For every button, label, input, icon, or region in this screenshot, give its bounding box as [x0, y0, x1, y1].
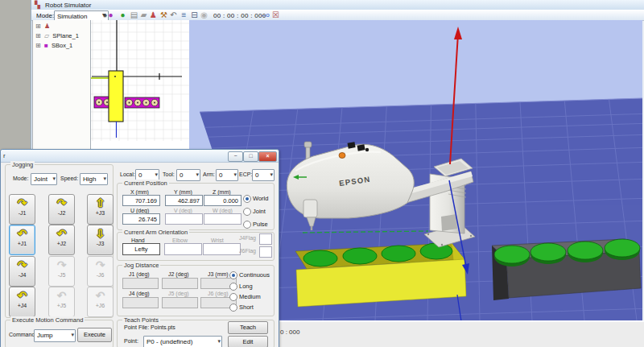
- 2d-pallet-right[interactable]: [125, 97, 159, 108]
- rotate-cw-icon: ↷: [88, 258, 113, 272]
- radio-short[interactable]: [229, 304, 237, 312]
- expand-icon[interactable]: ⊞: [35, 32, 41, 39]
- window-title: Robot Simulator: [45, 2, 91, 9]
- jog-mode-combo[interactable]: Joint ▾: [31, 173, 57, 185]
- jog-button-minus-j2[interactable]: ↷ -J2: [48, 194, 75, 225]
- arm-label: Arm:: [203, 171, 215, 177]
- j4-dist-label: J4 (deg): [129, 291, 150, 296]
- arrow-up-icon: ⇧: [88, 196, 113, 210]
- jog-button-minus-j4[interactable]: ↷ -J4: [9, 256, 35, 287]
- jog-mode-value: Joint: [34, 176, 47, 183]
- 2d-robot-footprint[interactable]: [109, 71, 123, 122]
- jog-button-plus-j2[interactable]: ↶ +J2: [48, 225, 75, 255]
- z-field[interactable]: 0.000: [204, 195, 242, 206]
- jog-button-plus-j1[interactable]: ↶ +J1: [9, 225, 35, 255]
- radio-pulse[interactable]: [243, 221, 251, 229]
- region-select-icon[interactable]: ☒: [270, 10, 281, 20]
- radio-short-label: Short: [239, 304, 254, 311]
- jog-button-minus-j1[interactable]: ↷ -J1: [9, 194, 35, 225]
- command-combo[interactable]: Jump ▾: [34, 329, 76, 342]
- chevron-down-icon: ▾: [217, 338, 221, 345]
- main-toolbar: Mode: Simulation ▾ ▾ ● ● ▤ ▰ ♟ ⚒ ↶ ≡ ⊟ ◉…: [31, 10, 644, 21]
- purple-sphere-icon[interactable]: ●: [105, 10, 116, 20]
- edit-button[interactable]: Edit: [228, 336, 268, 347]
- chevron-down-icon: ▾: [155, 171, 158, 178]
- v-field: [165, 213, 203, 225]
- robot-figure-icon[interactable]: ♟: [148, 10, 159, 20]
- step-jump-icon[interactable]: →o: [259, 10, 270, 20]
- hand-label: Hand: [131, 238, 145, 243]
- w-field: [204, 213, 242, 225]
- 2d-origin-dot: [114, 76, 116, 77]
- tool-combo[interactable]: 0 ▾: [176, 169, 200, 181]
- j5-dist-label: J5 (deg): [168, 291, 189, 296]
- app-robot-icon: ▚: [35, 1, 40, 9]
- radio-medium[interactable]: [229, 293, 237, 301]
- hand-field[interactable]: Lefty: [122, 243, 160, 255]
- tree-plane-icon: ▱: [44, 32, 49, 39]
- radio-joint-label: Joint: [253, 208, 266, 215]
- x-field[interactable]: 707.169: [122, 195, 160, 206]
- rotate-cw-icon: ↷: [10, 196, 35, 210]
- jog-button-minus-j5: ↷ -J5: [48, 256, 75, 287]
- jog-teach-dialog: r − □ × Jogging Mode: Joint ▾ Speed: Hig…: [0, 149, 279, 347]
- wrist-field: [203, 243, 241, 255]
- execute-button[interactable]: Execute: [77, 328, 112, 342]
- jog-button-plus-j4[interactable]: ↶ +J4: [9, 287, 35, 317]
- expand-icon[interactable]: ⊞: [35, 42, 41, 49]
- command-label: Command:: [9, 332, 36, 337]
- radio-medium-label: Medium: [239, 293, 261, 300]
- tree-item-sbox[interactable]: ⊞ ■ SBox_1: [35, 42, 72, 51]
- u-field[interactable]: 26.745: [122, 213, 160, 225]
- chevron-down-icon: ▾: [71, 332, 74, 338]
- radio-continuous[interactable]: [229, 271, 237, 279]
- y-field[interactable]: 462.897: [165, 195, 203, 206]
- arm-combo[interactable]: 0 ▾: [216, 169, 238, 181]
- chevron-down-icon: ▾: [196, 171, 199, 178]
- j3-dist-label: J3 (mm): [208, 271, 229, 277]
- current-position-group: Current Position X (mm) Y (mm) Z (mm) 70…: [117, 183, 275, 230]
- rotate-ccw-icon: ↶: [10, 288, 35, 303]
- local-label: Local:: [120, 171, 135, 177]
- point-combo[interactable]: P0 - (undefined) ▾: [143, 336, 222, 347]
- radio-long-label: Long: [239, 283, 253, 290]
- jog-button-plus-j3[interactable]: ⇧ +J3: [87, 194, 114, 225]
- robot-power-button: [339, 153, 345, 159]
- green-sphere-icon[interactable]: ●: [118, 10, 128, 20]
- chevron-down-icon: ▾: [233, 171, 237, 178]
- undo-icon[interactable]: ↶: [168, 10, 179, 20]
- tree-item-robot[interactable]: ⊞ ♟: [35, 23, 52, 31]
- yellow-pallet-block[interactable]: [295, 243, 466, 307]
- jog-speed-label: Speed:: [60, 176, 78, 181]
- expand-icon[interactable]: ⊞: [35, 23, 41, 30]
- v-label: V (deg): [174, 208, 192, 213]
- tree-item-label: SPlane_1: [52, 32, 79, 39]
- ecp-combo[interactable]: 0 ▾: [252, 169, 275, 181]
- rotate-cw-icon: ↷: [49, 196, 74, 210]
- task-list-icon[interactable]: ≡: [179, 10, 189, 20]
- rotate-cw-icon: ↷: [10, 258, 35, 272]
- rotate-cw-icon: ↷: [49, 258, 74, 272]
- j5-dist-field: [162, 297, 198, 308]
- jog-speed-combo[interactable]: High ▾: [80, 173, 108, 185]
- tree-box-icon: ■: [44, 42, 48, 49]
- ecp-label: ECP:: [239, 171, 252, 177]
- radio-long[interactable]: [229, 283, 237, 291]
- minimize-button[interactable]: −: [228, 151, 243, 162]
- j4flag-field: [259, 233, 272, 245]
- close-button[interactable]: ×: [258, 151, 277, 162]
- radio-world[interactable]: [243, 195, 251, 203]
- maximize-button[interactable]: □: [243, 151, 258, 162]
- radio-joint[interactable]: [243, 208, 251, 216]
- screen: ▚ Robot Simulator Mode: Simulation ▾ ▾ ●…: [0, 0, 644, 347]
- chevron-down-icon: ▾: [270, 171, 273, 178]
- dialog-titlebar[interactable]: r − □ ×: [1, 150, 279, 163]
- tree-item-splane[interactable]: ⊞ ▱ SPlane_1: [35, 32, 79, 41]
- jog-button-minus-j3[interactable]: ⇩ -J3: [87, 225, 114, 255]
- teach-button[interactable]: Teach: [228, 321, 268, 334]
- simulation-timer: 00 : 00 : 00 : 000: [213, 12, 266, 19]
- tool-label: Tool:: [163, 171, 175, 177]
- rotate-ccw-icon: ↶: [49, 226, 74, 241]
- j4flag-label: J4Flag: [239, 235, 256, 241]
- layout-2d-canvas: [91, 20, 189, 141]
